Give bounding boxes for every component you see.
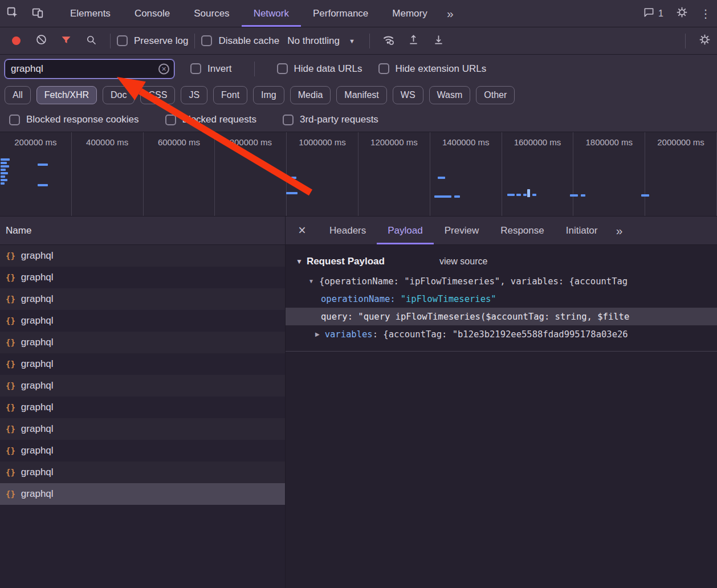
detail-tab-headers[interactable]: Headers xyxy=(319,217,377,244)
toolbar-divider xyxy=(369,34,370,48)
request-row[interactable]: {}graphql xyxy=(0,245,285,267)
more-tabs-button[interactable]: » xyxy=(439,0,461,27)
network-conditions-button[interactable] xyxy=(376,33,401,48)
network-activity-tick xyxy=(527,189,530,197)
request-row[interactable]: {}graphql xyxy=(0,440,285,462)
checkbox-label: 3rd-party requests xyxy=(300,114,378,125)
search-button[interactable] xyxy=(79,34,104,48)
clear-filter-icon[interactable]: ✕ xyxy=(158,63,169,74)
type-chip-fetch-xhr[interactable]: Fetch/XHR xyxy=(36,86,97,104)
filter-input[interactable] xyxy=(5,59,174,79)
type-chip-font[interactable]: Font xyxy=(213,86,247,104)
disable-cache-checkbox[interactable]: Disable cache xyxy=(201,35,279,47)
issues-button[interactable]: 1 xyxy=(638,0,669,27)
settings-button[interactable] xyxy=(669,0,694,27)
preserve-log-checkbox[interactable]: Preserve log xyxy=(117,35,188,47)
kebab-menu-button[interactable]: ⋮ xyxy=(694,0,717,27)
timeline-overview[interactable]: 200000 ms400000 ms600000 ms800000 ms1000… xyxy=(0,132,717,217)
device-toolbar-icon xyxy=(31,6,44,21)
checkbox-icon[interactable] xyxy=(9,115,20,125)
request-row[interactable]: {}graphql xyxy=(0,353,285,375)
request-row[interactable]: {}graphql xyxy=(0,310,285,332)
filter-box: ✕ xyxy=(5,59,174,79)
type-chip-ws[interactable]: WS xyxy=(393,86,423,104)
view-source-link[interactable]: view source xyxy=(439,256,487,267)
hide-data-urls-checkbox[interactable]: Hide data URLs xyxy=(277,63,362,75)
checkbox-icon[interactable] xyxy=(201,35,212,46)
tab-network[interactable]: Network xyxy=(242,0,301,27)
option-checkbox-blocked-requests[interactable]: Blocked requests xyxy=(165,114,256,125)
checkbox-icon[interactable] xyxy=(117,35,128,46)
type-chip-other[interactable]: Other xyxy=(476,86,515,104)
payload-panel: ▼ Request Payload view source ▼ {operati… xyxy=(286,245,717,352)
network-settings-button[interactable] xyxy=(692,34,717,48)
payload-operation-row[interactable]: operationName: "ipFlowTimeseries" xyxy=(286,290,717,308)
type-chip-media[interactable]: Media xyxy=(290,86,331,104)
type-chip-img[interactable]: Img xyxy=(253,86,284,104)
request-name: graphql xyxy=(21,315,54,326)
request-row[interactable]: {}graphql xyxy=(0,397,285,418)
type-chip-js[interactable]: JS xyxy=(181,86,207,104)
timeline-label: 400000 ms xyxy=(86,137,128,216)
type-chip-doc[interactable]: Doc xyxy=(103,86,135,104)
request-row[interactable]: {}graphql xyxy=(0,288,285,310)
checkbox-label: Blocked requests xyxy=(182,114,256,125)
detail-tab-initiator[interactable]: Initiator xyxy=(555,217,609,244)
option-checkbox-3rd-party-requests[interactable]: 3rd-party requests xyxy=(283,114,378,125)
type-chip-all[interactable]: All xyxy=(5,86,31,104)
throttling-select[interactable]: No throttling ▼ xyxy=(279,35,363,47)
option-checkboxes: Blocked response cookiesBlocked requests… xyxy=(0,108,717,132)
record-icon xyxy=(12,36,21,45)
tab-performance[interactable]: Performance xyxy=(301,0,380,27)
inspect-element-button[interactable] xyxy=(0,0,25,27)
request-row[interactable]: {}graphql xyxy=(0,375,285,397)
hide-extension-urls-checkbox[interactable]: Hide extension URLs xyxy=(378,63,487,75)
detail-tab-payload[interactable]: Payload xyxy=(377,217,433,244)
payload-query-row[interactable]: query: "query ipFlowTimeseries($accountT… xyxy=(286,308,717,325)
tab-memory[interactable]: Memory xyxy=(380,0,439,27)
request-name: graphql xyxy=(21,402,54,413)
checkbox-icon[interactable] xyxy=(165,115,176,125)
record-button[interactable] xyxy=(3,36,28,45)
request-row[interactable]: {}graphql xyxy=(0,332,285,353)
tab-sources[interactable]: Sources xyxy=(182,0,241,27)
request-name: graphql xyxy=(21,423,54,435)
request-row[interactable]: {}graphql xyxy=(0,267,285,288)
checkbox-icon[interactable] xyxy=(378,63,389,74)
close-detail-button[interactable]: × xyxy=(286,217,319,244)
collapse-triangle-icon[interactable]: ▼ xyxy=(296,258,303,266)
expander-open-icon[interactable]: ▼ xyxy=(308,278,314,284)
checkbox-icon[interactable] xyxy=(277,63,288,74)
payload-header: ▼ Request Payload view source xyxy=(286,251,717,272)
json-braces-icon: {} xyxy=(6,381,15,390)
payload-variables-row[interactable]: ▶ variables: {accountTag: "b12e3b2192ee5… xyxy=(286,325,717,343)
checkbox-icon[interactable] xyxy=(190,63,201,74)
request-row[interactable]: {}graphql xyxy=(0,462,285,483)
expander-closed-icon[interactable]: ▶ xyxy=(315,331,320,337)
type-chip-css[interactable]: CSS xyxy=(140,86,175,104)
filter-toggle-button[interactable] xyxy=(54,34,79,48)
payload-summary-row[interactable]: ▼ {operationName: "ipFlowTimeseries", va… xyxy=(286,272,717,290)
import-har-button[interactable] xyxy=(401,34,426,48)
clear-button[interactable] xyxy=(28,34,54,48)
request-row[interactable]: {}graphql xyxy=(0,418,285,440)
wifi-gear-icon xyxy=(382,33,395,48)
type-chip-wasm[interactable]: Wasm xyxy=(429,86,471,104)
tab-console[interactable]: Console xyxy=(123,0,182,27)
json-braces-icon: {} xyxy=(6,273,15,282)
device-toolbar-button[interactable] xyxy=(25,0,50,27)
detail-tabs: HeadersPayloadPreviewResponseInitiator xyxy=(319,217,608,244)
detail-tab-preview[interactable]: Preview xyxy=(434,217,490,244)
checkbox-icon[interactable] xyxy=(283,115,294,125)
invert-checkbox[interactable]: Invert xyxy=(190,63,232,75)
export-har-button[interactable] xyxy=(426,34,451,48)
network-activity-tick xyxy=(1,182,5,185)
message-bubble-icon xyxy=(643,7,654,20)
request-row[interactable]: {}graphql xyxy=(0,483,285,505)
detail-tab-response[interactable]: Response xyxy=(490,217,555,244)
option-checkbox-blocked-response-cookies[interactable]: Blocked response cookies xyxy=(9,114,139,125)
name-column-header[interactable]: Name xyxy=(0,217,285,245)
more-detail-tabs-button[interactable]: » xyxy=(608,217,630,244)
tab-elements[interactable]: Elements xyxy=(58,0,123,27)
type-chip-manifest[interactable]: Manifest xyxy=(336,86,386,104)
